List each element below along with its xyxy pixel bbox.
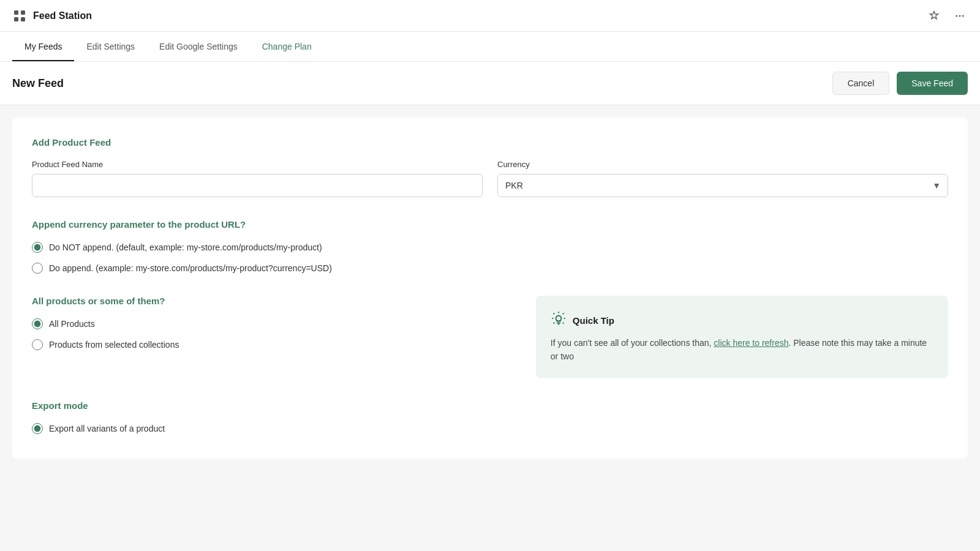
svg-line-14: [553, 323, 554, 324]
svg-rect-0: [14, 10, 18, 15]
append-currency-title: Append currency parameter to the product…: [32, 219, 948, 230]
radio-all-products-input[interactable]: [32, 318, 43, 329]
radio-no-append-input[interactable]: [32, 242, 43, 253]
svg-point-7: [556, 316, 561, 321]
top-bar-left: Feed Station: [12, 9, 92, 23]
svg-rect-3: [21, 17, 25, 21]
products-radio-group: All Products Products from selected coll…: [32, 318, 521, 350]
header-actions: Cancel Save Feed: [832, 72, 968, 95]
quick-tip-box: Quick Tip If you can't see all of your c…: [536, 296, 948, 378]
app-title: Feed Station: [33, 10, 92, 21]
svg-point-6: [962, 15, 964, 17]
export-mode-section: Export mode Export all variants of a pro…: [32, 400, 948, 434]
app-icon: [12, 9, 27, 23]
export-radio-group: Export all variants of a product: [32, 423, 948, 434]
radio-do-append-label: Do append. (example: my-store.com/produc…: [49, 263, 332, 273]
svg-rect-2: [14, 17, 18, 21]
svg-line-11: [563, 323, 564, 324]
svg-rect-1: [21, 10, 25, 15]
quick-tip-container: Quick Tip If you can't see all of your c…: [536, 296, 948, 378]
radio-all-products[interactable]: All Products: [32, 318, 521, 329]
radio-no-append-label: Do NOT append. (default, example: my-sto…: [49, 242, 322, 252]
top-bar-right: [926, 8, 968, 24]
tab-change-plan[interactable]: Change Plan: [250, 32, 324, 61]
quick-tip-text-before: If you can't see all of your collections…: [551, 338, 714, 348]
radio-selected-collections[interactable]: Products from selected collections: [32, 339, 521, 350]
more-button[interactable]: [952, 8, 968, 24]
radio-do-append[interactable]: Do append. (example: my-store.com/produc…: [32, 263, 948, 274]
pin-button[interactable]: [926, 8, 942, 24]
products-left: All products or some of them? All Produc…: [32, 296, 521, 350]
form-card: Add Product Feed Product Feed Name Curre…: [12, 118, 968, 459]
radio-selected-collections-input[interactable]: [32, 339, 43, 350]
quick-tip-header: Quick Tip: [551, 310, 933, 330]
quick-tip-text: If you can't see all of your collections…: [551, 336, 933, 364]
currency-select-wrap: PKR USD EUR GBP INR AED ▼: [497, 174, 948, 197]
save-feed-button[interactable]: Save Feed: [897, 72, 968, 95]
quick-tip-title: Quick Tip: [573, 315, 614, 326]
radio-do-append-input[interactable]: [32, 263, 43, 274]
add-product-feed-title: Add Product Feed: [32, 137, 948, 148]
tab-my-feeds[interactable]: My Feeds: [12, 32, 74, 61]
cancel-button[interactable]: Cancel: [832, 72, 890, 95]
page-header: New Feed Cancel Save Feed: [0, 62, 980, 105]
currency-select[interactable]: PKR USD EUR GBP INR AED: [497, 174, 948, 197]
feed-name-input[interactable]: [32, 174, 483, 197]
currency-group: Currency PKR USD EUR GBP INR AED ▼: [497, 160, 948, 197]
nav-tabs: My Feeds Edit Settings Edit Google Setti…: [0, 32, 980, 62]
append-radio-group: Do NOT append. (default, example: my-sto…: [32, 242, 948, 274]
export-mode-title: Export mode: [32, 400, 948, 411]
lightbulb-icon: [551, 310, 567, 330]
radio-all-products-label: All Products: [49, 319, 95, 329]
radio-all-variants[interactable]: Export all variants of a product: [32, 423, 948, 434]
svg-line-15: [563, 313, 564, 315]
radio-no-append[interactable]: Do NOT append. (default, example: my-sto…: [32, 242, 948, 253]
radio-all-variants-label: Export all variants of a product: [49, 424, 165, 433]
svg-point-4: [956, 15, 957, 17]
currency-label: Currency: [497, 160, 948, 169]
tab-edit-google-settings[interactable]: Edit Google Settings: [147, 32, 250, 61]
svg-point-5: [959, 15, 961, 17]
svg-line-10: [553, 313, 554, 315]
products-two-col: All products or some of them? All Produc…: [32, 296, 948, 378]
page-title: New Feed: [12, 77, 64, 90]
products-section: All products or some of them? All Produc…: [32, 296, 948, 378]
page-content: Add Product Feed Product Feed Name Curre…: [0, 105, 980, 471]
top-bar: Feed Station: [0, 0, 980, 32]
feed-name-label: Product Feed Name: [32, 160, 483, 169]
radio-all-variants-input[interactable]: [32, 423, 43, 434]
tab-edit-settings[interactable]: Edit Settings: [74, 32, 147, 61]
append-currency-section: Append currency parameter to the product…: [32, 219, 948, 274]
form-row-name-currency: Product Feed Name Currency PKR USD EUR G…: [32, 160, 948, 197]
feed-name-group: Product Feed Name: [32, 160, 483, 197]
radio-selected-collections-label: Products from selected collections: [49, 340, 179, 350]
products-section-title: All products or some of them?: [32, 296, 521, 306]
add-product-feed-section: Add Product Feed Product Feed Name Curre…: [32, 137, 948, 197]
refresh-link[interactable]: click here to refresh: [714, 338, 788, 348]
